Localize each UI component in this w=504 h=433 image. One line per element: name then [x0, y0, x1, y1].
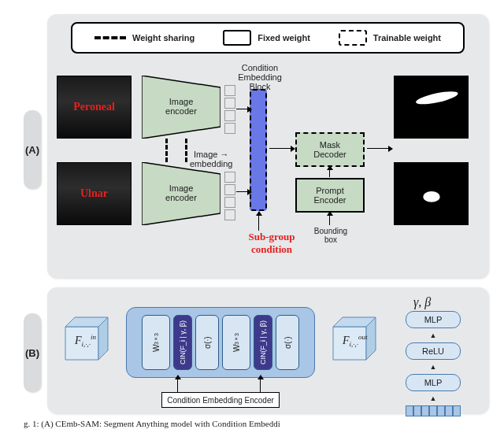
arrow-up-icon: ▲	[430, 394, 437, 402]
image-to-embedding-label: Image → embedding	[190, 150, 232, 168]
panel-a-tab: (A)	[24, 110, 41, 189]
svg-point-3	[423, 191, 439, 202]
legend-label: Weight sharing	[132, 33, 195, 43]
relu-box: ReLU	[406, 342, 461, 360]
arrow-icon	[269, 148, 291, 149]
arrow-up-icon	[329, 215, 330, 225]
conv-w3x3: W3×3	[222, 315, 250, 370]
legend-fixed-weight: Fixed weight	[223, 30, 310, 46]
condition-embedding-encoder: Condition Embedding Encoder	[161, 392, 280, 408]
cin-block: CIN(F_i | γ, β)	[173, 315, 192, 370]
image-encoder-label: Image encoder	[142, 97, 220, 116]
image-embedding-bottom	[224, 172, 235, 220]
image-encoder-label: Image encoder	[142, 183, 220, 202]
legend: Weight sharing Fixed weight Trainable we…	[71, 22, 465, 54]
mlp-stack: MLP ▲ ReLU ▲ MLP ▲	[402, 311, 465, 416]
legend-label: Trainable weight	[373, 33, 441, 43]
condition-embedding-block-label: Condition Embedding Block	[232, 63, 287, 91]
bounding-box-label: Bounding box	[307, 227, 354, 244]
arrow-up-icon	[258, 215, 259, 231]
cin-block: CIN(F_i | γ, β)	[254, 315, 272, 370]
connector-line	[260, 379, 261, 392]
sigma-block: σ(·)	[195, 315, 219, 370]
connector-line	[177, 379, 178, 392]
arrow-icon	[236, 109, 248, 109]
output-mask-ulnar	[394, 162, 469, 225]
panel-b: Fi,·,·in W3×3 CIN(F_i | γ, β) σ(·) W3×3 …	[47, 287, 488, 413]
gamma-beta-label: γ, β	[413, 295, 431, 309]
legend-label: Fixed weight	[258, 33, 310, 43]
weight-sharing-line	[185, 139, 187, 162]
input-image-ulnar: Ulnar	[57, 162, 132, 225]
figure-caption: g. 1: (A) CEmb-SAM: Segment Anything mod…	[24, 419, 280, 428]
mask-decoder: Mask Decoder	[295, 132, 365, 167]
conv-w3x3: W3×3	[142, 315, 170, 370]
arrow-icon	[236, 191, 248, 192]
arrow-up-icon: ▲	[430, 331, 437, 339]
input-vector	[406, 405, 461, 416]
f-out-label: Fi,·,·out	[343, 333, 368, 348]
svg-point-2	[415, 89, 459, 107]
arrow-up-icon: ▲	[430, 363, 437, 371]
dashed-box-icon	[339, 30, 367, 46]
f-in-label: Fi,·,·in	[75, 333, 96, 348]
image-embedding-top	[224, 85, 235, 134]
legend-weight-sharing: Weight sharing	[94, 33, 195, 43]
dash-icon	[94, 36, 126, 39]
condition-embedding-block	[250, 89, 267, 211]
arrow-up-icon	[177, 379, 178, 379]
legend-trainable-weight: Trainable weight	[339, 30, 441, 46]
input-image-peroneal: Peroneal	[57, 76, 132, 139]
weight-sharing-line	[165, 139, 168, 162]
sigma-block: σ(·)	[276, 315, 299, 370]
solid-box-icon	[223, 30, 251, 46]
panel-a: Weight sharing Fixed weight Trainable we…	[47, 14, 488, 278]
arrow-up-icon	[260, 379, 261, 379]
arrow-up-icon	[329, 169, 330, 177]
arrow-icon	[367, 148, 389, 149]
output-mask-peroneal	[394, 76, 469, 139]
mlp-box: MLP	[406, 374, 461, 391]
prompt-encoder: Prompt Encoder	[295, 178, 365, 213]
mlp-box: MLP	[406, 311, 461, 328]
panel-b-tab: (B)	[24, 313, 41, 392]
pipeline: W3×3 CIN(F_i | γ, β) σ(·) W3×3 CIN(F_i |…	[126, 307, 315, 378]
sub-group-condition-label: Sub-group condition	[232, 231, 311, 256]
